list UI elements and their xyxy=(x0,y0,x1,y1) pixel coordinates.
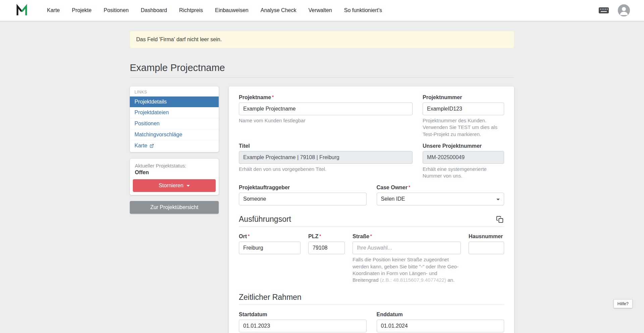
titel-input xyxy=(239,151,413,164)
stornieren-label: Stornieren xyxy=(159,183,183,189)
sidebar-item-matchingvorschlaege[interactable]: Matchingvorschläge xyxy=(130,129,219,140)
section-title-ausfuehrungsort: Ausführungsort xyxy=(239,215,291,224)
page-content: Das Feld 'Firma' darf nicht leer sein. E… xyxy=(0,21,644,333)
strasse-help: Falls die Position keiner Straße zugeord… xyxy=(353,256,461,283)
required-mark: * xyxy=(319,234,321,239)
mineral-minds-logo-icon xyxy=(15,4,28,17)
label-text: Straße xyxy=(353,234,369,239)
projektnummer-help: Projektnummer des Kunden. Verwenden Sie … xyxy=(423,117,504,138)
nav-item-projekte[interactable]: Projekte xyxy=(72,7,92,13)
nav-item-richtpreis[interactable]: Richtpreis xyxy=(179,7,203,13)
enddatum-label: Enddatum xyxy=(377,312,504,318)
strasse-input[interactable] xyxy=(353,242,461,254)
unsere-projektnummer-label: Unsere Projektnummer xyxy=(423,143,504,149)
hausnummer-input[interactable] xyxy=(469,242,504,254)
case-owner-selected-value: Selen IDE xyxy=(381,196,405,202)
titel-help: Erhält den von uns vorgegebenen Titel. xyxy=(239,166,413,173)
zur-projektuebersicht-button[interactable]: Zur Projektübersicht xyxy=(130,201,219,214)
validation-alert: Das Feld 'Firma' darf nicht leer sein. xyxy=(130,31,514,48)
label-text: PLZ xyxy=(308,234,318,239)
required-mark: * xyxy=(272,94,274,99)
plz-label: PLZ* xyxy=(308,234,345,240)
main-navigation: Karte Projekte Positionen Dashboard Rich… xyxy=(47,7,382,13)
unsere-projektnummer-help: Erhält eine systemgenerierte Nummer von … xyxy=(423,166,504,180)
help-text: an. xyxy=(446,277,454,283)
nav-item-positionen[interactable]: Positionen xyxy=(104,7,129,13)
case-owner-label: Case Owner* xyxy=(377,185,504,191)
label-text: Enddatum xyxy=(377,312,403,317)
links-card: LINKS Projektdetails Projektdateien Posi… xyxy=(130,86,219,152)
status-label: Aktueller Projektstatus: xyxy=(133,163,216,169)
label-text: Projektauftraggeber xyxy=(239,185,290,190)
label-text: Ort xyxy=(239,234,247,239)
required-mark: * xyxy=(370,234,372,239)
status-value: Offen xyxy=(133,169,216,179)
keyboard-icon[interactable] xyxy=(598,7,609,14)
case-owner-select[interactable]: Selen IDE xyxy=(377,193,504,205)
external-link-icon xyxy=(150,144,154,148)
sidebar-item-projektdateien[interactable]: Projektdateien xyxy=(130,107,219,118)
enddatum-input[interactable] xyxy=(377,320,504,332)
projektname-label: Projektname* xyxy=(239,94,413,101)
label-text: Titel xyxy=(239,143,250,149)
plz-input[interactable] xyxy=(308,242,345,254)
label-text: Projektname xyxy=(239,94,271,100)
label-text: Hausnummer xyxy=(469,234,503,239)
logo[interactable] xyxy=(15,4,28,17)
copy-icon xyxy=(496,216,503,223)
divider xyxy=(239,226,504,227)
startdatum-input[interactable] xyxy=(239,320,367,332)
section-title-zeitlicher-rahmen: Zeitlicher Rahmen xyxy=(239,293,302,302)
nav-item-karte[interactable]: Karte xyxy=(47,7,60,13)
sidebar-item-positionen[interactable]: Positionen xyxy=(130,118,219,129)
strasse-label: Straße* xyxy=(353,234,461,240)
titel-label: Titel xyxy=(239,143,413,149)
sidebar-item-karte[interactable]: Karte xyxy=(130,140,219,151)
help-example: (z.B.: 48.8115607,9.4077422) xyxy=(380,277,446,283)
nav-item-so-funktionierts[interactable]: So funktioniert's xyxy=(344,7,382,13)
sidebar-item-label: Karte xyxy=(135,143,147,149)
projektauftraggeber-label: Projektauftraggeber xyxy=(239,185,367,191)
divider xyxy=(239,305,504,305)
project-details-form: Projektname* Name vom Kunden festlegbar … xyxy=(229,86,514,333)
unsere-projektnummer-input xyxy=(423,151,504,164)
nav-item-verwalten[interactable]: Verwalten xyxy=(308,7,332,13)
projektname-help: Name vom Kunden festlegbar xyxy=(239,117,413,124)
status-card: Aktueller Projektstatus: Offen Storniere… xyxy=(130,159,219,195)
nav-item-einbauweisen[interactable]: Einbauweisen xyxy=(215,7,249,13)
hausnummer-label: Hausnummer xyxy=(469,234,504,240)
projektauftraggeber-input[interactable] xyxy=(239,193,367,205)
divider xyxy=(130,77,514,78)
projektnummer-label: Projektnummer xyxy=(423,94,504,101)
label-text: Startdatum xyxy=(239,312,267,317)
caret-down-icon xyxy=(496,199,500,200)
help-button[interactable]: Hilfe? xyxy=(613,299,633,308)
projektname-input[interactable] xyxy=(239,103,413,115)
label-text: Unsere Projektnummer xyxy=(423,143,482,149)
caret-down-icon xyxy=(186,185,190,187)
links-header: LINKS xyxy=(130,86,219,96)
stornieren-button[interactable]: Stornieren xyxy=(133,179,216,192)
startdatum-label: Startdatum xyxy=(239,312,367,318)
ort-input[interactable] xyxy=(239,242,301,254)
page-title: Example Projectname xyxy=(130,62,514,73)
left-sidebar: LINKS Projektdetails Projektdateien Posi… xyxy=(130,86,219,214)
sidebar-item-projektdetails[interactable]: Projektdetails xyxy=(130,96,219,107)
label-text: Projektnummer xyxy=(423,94,462,100)
required-mark: * xyxy=(409,185,410,190)
copy-address-button[interactable] xyxy=(495,215,504,224)
nav-item-analyse-check[interactable]: Analyse Check xyxy=(261,7,297,13)
nav-item-dashboard[interactable]: Dashboard xyxy=(141,7,167,13)
avatar[interactable] xyxy=(618,4,630,16)
required-mark: * xyxy=(248,234,250,239)
navbar: Karte Projekte Positionen Dashboard Rich… xyxy=(0,0,644,21)
projektnummer-input[interactable] xyxy=(423,103,504,115)
label-text: Case Owner xyxy=(377,185,408,190)
ort-label: Ort* xyxy=(239,234,301,240)
